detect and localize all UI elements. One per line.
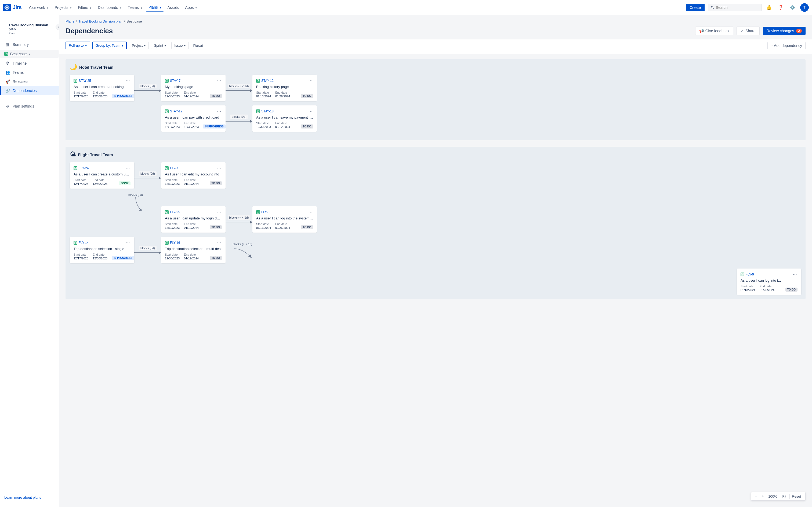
give-feedback-button[interactable]: 📢 Give feedback bbox=[695, 26, 733, 35]
dep-row-stay25: STAY-25 ⋯ As a user I can create a booki… bbox=[70, 75, 801, 101]
reset-button[interactable]: Reset bbox=[191, 42, 205, 49]
nav-apps[interactable]: Apps ▾ bbox=[183, 4, 200, 11]
issue-id-stay12[interactable]: STAY-12 bbox=[256, 79, 273, 82]
issue-id-fly14[interactable]: FLY-14 bbox=[73, 241, 89, 245]
more-menu-fly9[interactable]: ⋯ bbox=[792, 272, 798, 277]
issue-id-fly25[interactable]: FLY-25 bbox=[165, 210, 180, 214]
help-button[interactable]: ❓ bbox=[776, 3, 785, 12]
story-icon-fly25 bbox=[165, 210, 169, 214]
search-input[interactable] bbox=[716, 5, 759, 10]
share-button[interactable]: ↗ Share bbox=[737, 26, 759, 35]
more-menu-stay25[interactable]: ⋯ bbox=[125, 78, 131, 83]
dep-row-fly14: FLY-14 ⋯ Trip destination selection - si… bbox=[70, 237, 257, 263]
issue-id-fly24[interactable]: FLY-24 bbox=[73, 166, 89, 170]
start-date-stay18: 12/30/2023 bbox=[256, 125, 271, 128]
curved-arrow-svg bbox=[128, 197, 144, 211]
story-icon-fly14 bbox=[73, 241, 77, 245]
zoom-in-button[interactable]: + bbox=[760, 493, 766, 499]
more-menu-fly25[interactable]: ⋯ bbox=[216, 210, 222, 215]
fly16-fly9-arrow bbox=[232, 247, 253, 258]
review-changes-button[interactable]: Review changes 2 bbox=[763, 27, 806, 35]
more-menu-fly24[interactable]: ⋯ bbox=[125, 166, 131, 171]
sidebar-toggle[interactable]: ◀ bbox=[56, 23, 59, 30]
status-stay12: TO DO bbox=[301, 94, 313, 98]
issue-card-fly7: FLY-7 ⋯ As I user I can edit my account … bbox=[161, 162, 225, 188]
teams-icon: 👥 bbox=[5, 70, 10, 75]
avatar[interactable]: T bbox=[800, 3, 809, 12]
nav-projects[interactable]: Projects ▾ bbox=[52, 4, 74, 11]
issue-id-stay19[interactable]: STAY-19 bbox=[165, 109, 182, 113]
flight-team-name: Flight Travel Team bbox=[78, 152, 113, 157]
issue-id-fly6[interactable]: FLY-6 bbox=[256, 210, 269, 214]
breadcrumb-plans[interactable]: Plans bbox=[65, 19, 74, 23]
app-logo[interactable]: Jira bbox=[3, 4, 21, 11]
nav-filters[interactable]: Filters ▾ bbox=[75, 4, 94, 11]
issue-id-stay7[interactable]: STAY-7 bbox=[165, 79, 181, 82]
filters-bar: Roll-up to ▾ Group by: Team ▾ Project ▾ … bbox=[59, 40, 812, 54]
sidebar-timeline[interactable]: ⏱ Timeline bbox=[0, 59, 59, 68]
settings-button[interactable]: ⚙️ bbox=[789, 3, 797, 12]
zoom-out-button[interactable]: − bbox=[753, 493, 759, 499]
more-menu-fly6[interactable]: ⋯ bbox=[308, 210, 313, 215]
top-navigation: Jira Your work ▾ Projects ▾ Filters ▾ Da… bbox=[0, 0, 812, 15]
breadcrumb-plan[interactable]: Travel Booking Division plan bbox=[79, 19, 122, 23]
nav-your-work[interactable]: Your work ▾ bbox=[26, 4, 51, 11]
issue-card-fly16: FLY-16 ⋯ Trip destination selection - mu… bbox=[161, 237, 225, 263]
nav-dashboards[interactable]: Dashboards ▾ bbox=[95, 4, 124, 11]
rollup-filter[interactable]: Roll-up to ▾ bbox=[65, 42, 90, 49]
sidebar-footer-link[interactable]: Learn more about plans bbox=[0, 491, 59, 502]
issue-id-stay25[interactable]: STAY-25 bbox=[73, 79, 91, 82]
issue-id-fly7[interactable]: FLY-7 bbox=[165, 166, 178, 170]
more-menu-fly7[interactable]: ⋯ bbox=[216, 166, 222, 171]
status-fly7: TO DO bbox=[210, 181, 222, 185]
status-fly14: IN PROGRESS bbox=[112, 256, 134, 260]
create-button[interactable]: Create bbox=[686, 4, 705, 11]
sidebar-scenario[interactable]: Best case ▾ bbox=[0, 50, 59, 58]
dep-row-stay19: STAY-19 ⋯ As a user I can pay with credi… bbox=[161, 105, 801, 132]
connector-fly24-fly7: blocks (0d) bbox=[134, 171, 161, 179]
zoom-reset-button[interactable]: Reset bbox=[790, 494, 803, 499]
story-icon-fly24 bbox=[73, 166, 77, 170]
more-menu-stay7[interactable]: ⋯ bbox=[216, 78, 222, 83]
nav-plans[interactable]: Plans ▾ bbox=[146, 3, 164, 11]
more-menu-fly14[interactable]: ⋯ bbox=[125, 240, 131, 245]
rollup-chevron: ▾ bbox=[85, 44, 87, 48]
more-menu-stay18[interactable]: ⋯ bbox=[308, 109, 313, 114]
flight-team-section: 🌤 Flight Travel Team FLY-24 bbox=[65, 147, 806, 299]
more-menu-stay19[interactable]: ⋯ bbox=[216, 109, 222, 114]
add-dependency-button[interactable]: + Add dependency bbox=[767, 42, 806, 49]
nav-assets[interactable]: Assets bbox=[165, 4, 182, 11]
start-date-fly25: 12/30/2023 bbox=[165, 226, 180, 229]
groupby-filter[interactable]: Group by: Team ▾ bbox=[92, 42, 127, 49]
sidebar-teams[interactable]: 👥 Teams bbox=[0, 68, 59, 77]
fly9-row: FLY-9 ⋯ As a user I can log into t... St… bbox=[70, 269, 801, 295]
issue-filter[interactable]: Issue ▾ bbox=[171, 42, 189, 49]
page-actions: 📢 Give feedback ↗ Share Review changes 2 bbox=[695, 26, 806, 35]
sidebar: Travel Booking Division plan Plan ◀ ▦ Su… bbox=[0, 15, 59, 502]
more-menu-fly16[interactable]: ⋯ bbox=[216, 240, 222, 245]
sidebar-releases[interactable]: 🚀 Releases bbox=[0, 77, 59, 86]
plan-title: Travel Booking Division plan Plan bbox=[4, 20, 54, 38]
sidebar-summary[interactable]: ▦ Summary bbox=[0, 40, 59, 49]
end-date-stay19: 12/30/2023 bbox=[184, 125, 199, 128]
page-header: Dependencies 📢 Give feedback ↗ Share Rev… bbox=[59, 24, 812, 40]
project-filter[interactable]: Project ▾ bbox=[129, 42, 149, 49]
nav-teams[interactable]: Teams ▾ bbox=[125, 4, 145, 11]
start-date-fly16: 12/30/2023 bbox=[165, 257, 180, 260]
sidebar-plan-settings[interactable]: ⚙ Plan settings bbox=[0, 102, 59, 111]
start-date-stay19: 12/17/2023 bbox=[165, 125, 180, 128]
notifications-button[interactable]: 🔔 bbox=[765, 3, 773, 12]
issue-id-fly9[interactable]: FLY-9 bbox=[741, 273, 754, 276]
fly14-curved-area: FLY-14 ⋯ Trip destination selection - si… bbox=[70, 237, 801, 268]
zoom-fit-button[interactable]: Fit bbox=[780, 494, 789, 499]
more-menu-stay12[interactable]: ⋯ bbox=[308, 78, 313, 83]
end-date-fly7: 01/12/2024 bbox=[184, 182, 199, 185]
sidebar-dependencies[interactable]: 🔗 Dependencies bbox=[0, 86, 59, 95]
sprint-filter[interactable]: Sprint ▾ bbox=[151, 42, 169, 49]
search-box[interactable] bbox=[708, 4, 762, 11]
issue-title-stay25: As a user I can create a booking bbox=[73, 85, 131, 89]
issue-title-fly24: As a user I can create a custom user acc… bbox=[73, 172, 131, 176]
issue-id-fly16[interactable]: FLY-16 bbox=[165, 241, 180, 245]
sprint-chevron: ▾ bbox=[164, 44, 166, 48]
issue-id-stay18[interactable]: STAY-18 bbox=[256, 109, 273, 113]
